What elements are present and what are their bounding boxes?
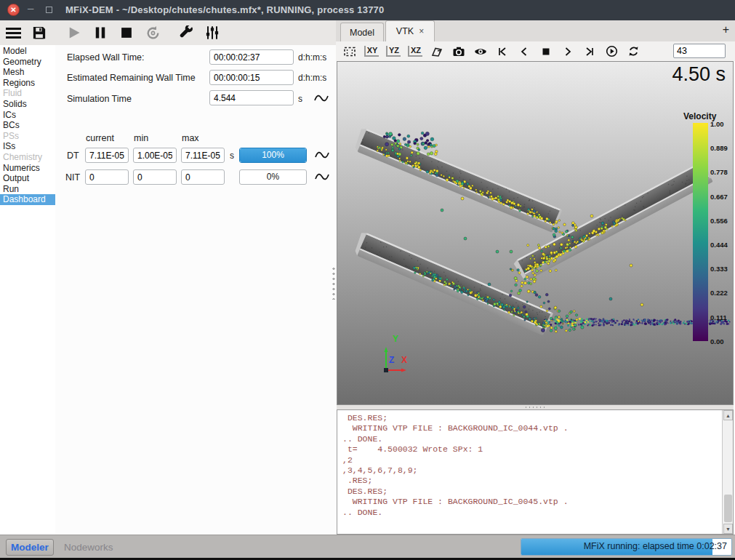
scroll-thumb[interactable]	[724, 495, 732, 522]
plot-nit-icon[interactable]	[315, 172, 329, 181]
view-yz-button[interactable]: YZ	[384, 43, 403, 60]
remaining-wall-time-unit: d:h:m:s	[298, 73, 326, 83]
last-frame-button[interactable]	[580, 43, 599, 60]
tab-model[interactable]: Model	[340, 23, 384, 41]
dt-max-input[interactable]	[181, 148, 225, 163]
vtk-scene	[337, 62, 733, 404]
refresh-icon	[627, 45, 640, 57]
nit-progress-label: 0%	[267, 172, 279, 182]
camera-icon	[452, 46, 465, 57]
view-xz-button[interactable]: XZ	[406, 43, 425, 60]
screenshot-button[interactable]	[449, 43, 468, 60]
dt-current-input[interactable]	[85, 148, 129, 163]
scene-time-annotation: 4.50 s	[672, 63, 726, 86]
console-line: .RES;	[342, 476, 721, 486]
add-tab-button[interactable]: +	[723, 23, 729, 36]
sidebar-item-output[interactable]: Output	[0, 173, 55, 184]
scroll-down-icon[interactable]: ▼	[723, 524, 733, 534]
vtk-toolbar: XY YZ XZ	[336, 41, 735, 61]
perspective-button[interactable]	[427, 43, 446, 60]
stop-playback-icon	[541, 47, 551, 57]
sidebar-item-run[interactable]: Run	[0, 184, 55, 195]
tab-vtk[interactable]: VTK ×	[385, 20, 435, 41]
first-frame-button[interactable]	[493, 43, 512, 60]
console-line: .. DONE.	[342, 434, 721, 444]
simulation-time-input[interactable]	[209, 90, 294, 105]
modeler-mode-button[interactable]: Modeler	[6, 539, 54, 556]
vertical-splitter[interactable]	[332, 266, 335, 300]
eye-icon	[474, 47, 487, 57]
sidebar-item-dashboard[interactable]: Dashboard	[0, 194, 55, 205]
remaining-wall-time-label: Estimated Remaining Wall Time	[67, 73, 196, 83]
remaining-wall-time-input[interactable]	[209, 70, 294, 85]
elapsed-wall-time-input[interactable]	[209, 49, 294, 65]
scroll-up-icon[interactable]: ▲	[723, 410, 733, 420]
frame-number-input[interactable]	[673, 44, 726, 58]
reset-button[interactable]	[140, 22, 166, 44]
console-scrollbar[interactable]: ▲ ▼	[722, 410, 733, 534]
play-animation-button[interactable]	[602, 43, 621, 60]
console-line: t= 4.500032 Wrote SPx: 1	[342, 444, 721, 455]
reset-view-button[interactable]	[340, 43, 359, 60]
previous-frame-button[interactable]	[515, 43, 534, 60]
settings-button[interactable]	[173, 22, 199, 44]
colorbar-tick-label: 0.111	[710, 313, 727, 321]
chevron-left-icon	[519, 47, 529, 57]
nit-min-input[interactable]	[133, 169, 177, 185]
reset-icon	[145, 25, 161, 41]
xy-plane-icon: XY	[364, 46, 379, 57]
console-output[interactable]: DES.RES; WRITING VTP FILE : BACKGROUND_I…	[337, 409, 734, 535]
run-button[interactable]	[61, 22, 87, 44]
splitter-handle-icon	[524, 407, 546, 408]
sidebar-item-regions[interactable]: Regions	[0, 78, 55, 89]
tab-vtk-close-icon[interactable]: ×	[419, 28, 424, 35]
stop-playback-button[interactable]	[537, 43, 555, 60]
window-minimize-button[interactable]: –	[28, 1, 33, 14]
colorbar-tick-label: 0.222	[710, 289, 728, 297]
save-icon	[32, 25, 47, 40]
sidebar-item-geometry[interactable]: Geometry	[0, 57, 55, 68]
sidebar-item-mesh[interactable]: Mesh	[0, 67, 55, 78]
right-tabbar: Model VTK × +	[336, 20, 735, 41]
window-title: MFiX-DEM - ~/Desktop/chutes/chutes.mfx*,…	[65, 4, 384, 15]
stop-button[interactable]	[113, 22, 140, 44]
play-circle-icon	[606, 45, 618, 57]
nodeworks-mode-button[interactable]: Nodeworks	[64, 539, 113, 556]
dt-unit: s	[230, 151, 234, 161]
refresh-button[interactable]	[624, 43, 643, 60]
sidebar-item-iss[interactable]: ISs	[0, 141, 55, 152]
view-xy-button[interactable]: XY	[362, 43, 381, 60]
run-progress-bar: MFiX running: elapsed time 0:02:37	[521, 538, 732, 556]
statusbar: Modeler Nodeworks MFiX running: elapsed …	[0, 535, 735, 558]
parameters-button[interactable]	[199, 22, 225, 44]
menu-button[interactable]	[0, 22, 26, 44]
axis-x-label: X	[401, 355, 407, 365]
dt-min-input[interactable]	[133, 148, 177, 163]
console-line: .. DONE.	[342, 508, 721, 518]
visibility-button[interactable]	[471, 43, 490, 60]
pause-button[interactable]	[87, 22, 113, 44]
vtk-render-view[interactable]: 4.50 s Velocity 1.000.8890.7780.6670.556…	[337, 61, 734, 405]
sidebar-item-model[interactable]: Model	[0, 46, 55, 57]
nit-max-input[interactable]	[181, 169, 225, 185]
save-button[interactable]	[26, 22, 52, 44]
window-maximize-button[interactable]	[46, 7, 52, 13]
sidebar-item-numerics[interactable]: Numerics	[0, 163, 55, 174]
sidebar-item-bcs[interactable]: BCs	[0, 120, 55, 131]
console-lines: DES.RES; WRITING VTP FILE : BACKGROUND_I…	[337, 412, 721, 534]
nit-current-input[interactable]	[85, 169, 129, 185]
console-line: ,3,4,5,6,7,8,9;	[342, 465, 721, 476]
plot-dt-icon[interactable]	[315, 150, 329, 159]
wrench-icon	[179, 25, 194, 41]
sidebar-item-solids[interactable]: Solids	[0, 99, 55, 110]
titlebar: ✕ – MFiX-DEM - ~/Desktop/chutes/chutes.m…	[0, 0, 735, 20]
sidebar-item-ics[interactable]: ICs	[0, 110, 55, 121]
dt-progress-label: 100%	[262, 150, 284, 160]
window-close-button[interactable]: ✕	[7, 4, 20, 16]
console-line: WRITING VTP FILE : BACKGROUND_IC_0045.vt…	[342, 497, 721, 507]
colorbar-tick-label: 0.00	[710, 337, 724, 345]
dt-progress-bar: 100%	[239, 148, 307, 163]
plot-simulation-time-icon[interactable]	[314, 93, 329, 103]
main-toolbar	[0, 20, 336, 45]
next-frame-button[interactable]	[558, 43, 577, 60]
